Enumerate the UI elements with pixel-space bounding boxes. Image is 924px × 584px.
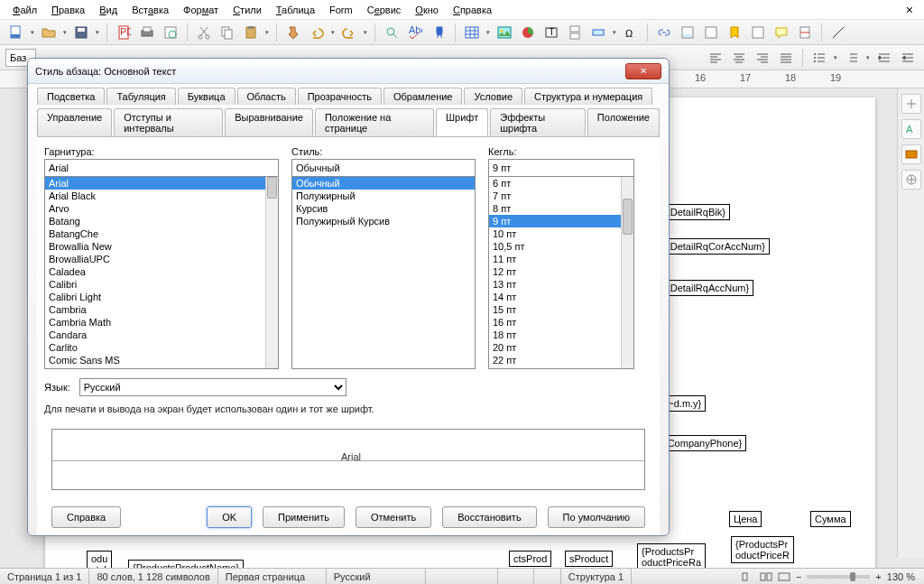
menu-form[interactable]: Form xyxy=(324,3,358,17)
open-icon[interactable] xyxy=(38,23,60,42)
endnote-icon[interactable] xyxy=(700,23,722,42)
tab-Выравнивание[interactable]: Выравнивание xyxy=(225,108,313,136)
list-item[interactable]: 10 пт xyxy=(489,227,633,240)
menu-styles[interactable]: Стили xyxy=(227,3,267,17)
list-item[interactable]: Cambria xyxy=(45,303,278,316)
align-justify-icon[interactable] xyxy=(775,48,797,68)
list-item[interactable]: Calibri Light xyxy=(45,291,278,303)
status-sign[interactable] xyxy=(534,569,561,584)
bullets-icon[interactable] xyxy=(808,48,830,68)
doc-cell[interactable]: ctsProd xyxy=(509,551,551,567)
undo-icon[interactable] xyxy=(306,23,328,42)
numbering-icon[interactable] xyxy=(841,48,863,68)
print-preview-icon[interactable] xyxy=(160,23,181,42)
menu-help[interactable]: Справка xyxy=(448,3,497,17)
style-input[interactable] xyxy=(291,159,476,177)
menu-insert[interactable]: Вставка xyxy=(126,3,174,17)
doc-cell[interactable]: Сумма xyxy=(810,511,851,527)
list-item[interactable]: Cambria Math xyxy=(45,316,278,329)
list-item[interactable]: 10,5 пт xyxy=(489,240,633,253)
family-listbox[interactable]: ArialArial BlackArvoBatangBatangCheBrowa… xyxy=(44,176,279,369)
chart-icon[interactable] xyxy=(517,23,539,42)
footnote-icon[interactable] xyxy=(677,23,698,42)
list-item[interactable]: Calibri xyxy=(45,278,278,291)
hyperlink-icon[interactable] xyxy=(653,23,675,42)
list-item[interactable]: BatangChe xyxy=(45,227,278,240)
tab-Отступы и интервалы[interactable]: Отступы и интервалы xyxy=(114,108,223,136)
list-item[interactable]: 20 пт xyxy=(489,341,633,354)
status-wordcount[interactable]: 80 слов, 1 128 символов xyxy=(89,569,217,584)
tab-Положение[interactable]: Положение xyxy=(587,108,660,136)
bullets-drop[interactable] xyxy=(832,54,839,61)
size-scrollbar[interactable] xyxy=(621,177,633,368)
menu-format[interactable]: Формат xyxy=(178,3,224,17)
pdf-icon[interactable]: PDF xyxy=(113,23,134,42)
tab-Управление[interactable]: Управление xyxy=(37,108,112,136)
list-item[interactable]: Arial xyxy=(45,177,278,190)
paste-drop[interactable] xyxy=(263,29,271,36)
nonprinting-icon[interactable] xyxy=(428,23,449,42)
status-zoom[interactable]: − + 130 % xyxy=(733,571,924,582)
tab-Условие[interactable]: Условие xyxy=(464,88,522,105)
dialog-close-button[interactable]: ✕ xyxy=(625,63,661,79)
tab-Эффекты шрифта[interactable]: Эффекты шрифта xyxy=(490,108,586,136)
undo-drop[interactable] xyxy=(329,29,337,36)
list-item[interactable]: 9 пт xyxy=(489,215,633,227)
decrease-indent-icon[interactable] xyxy=(897,48,919,68)
list-item[interactable]: Курсив xyxy=(292,202,475,215)
size-input[interactable] xyxy=(488,159,634,177)
default-button[interactable]: По умолчанию xyxy=(548,506,645,528)
doc-cell[interactable]: Цена xyxy=(729,511,762,527)
menu-table[interactable]: Таблица xyxy=(271,3,320,17)
menu-file[interactable]: Файл xyxy=(7,3,42,17)
open-drop[interactable] xyxy=(61,29,69,36)
new-doc-icon[interactable] xyxy=(5,23,27,42)
textbox-icon[interactable]: T xyxy=(541,23,562,42)
spellcheck-icon[interactable]: Abc xyxy=(404,23,426,42)
view-multi-icon[interactable] xyxy=(760,572,772,581)
list-item[interactable]: 15 пт xyxy=(489,303,633,316)
list-item[interactable]: 13 пт xyxy=(489,278,633,291)
list-item[interactable]: Browallia New xyxy=(45,240,278,253)
list-item[interactable]: Comic Sans MS xyxy=(45,354,278,366)
doc-close-icon[interactable]: × xyxy=(902,3,917,17)
cancel-button[interactable]: Отменить xyxy=(356,506,431,528)
sidebar-styles-icon[interactable]: A xyxy=(901,119,921,139)
line-icon[interactable] xyxy=(827,23,849,42)
view-single-icon[interactable] xyxy=(742,572,754,581)
redo-icon[interactable] xyxy=(338,23,360,42)
cut-icon[interactable] xyxy=(193,23,215,42)
list-item[interactable]: Обычный xyxy=(292,177,475,190)
zoom-slider[interactable] xyxy=(807,575,870,579)
numbering-drop[interactable] xyxy=(864,54,872,61)
dialog-titlebar[interactable]: Стиль абзаца: Основной текст ✕ xyxy=(28,59,669,84)
view-book-icon[interactable] xyxy=(778,572,790,581)
new-doc-drop[interactable] xyxy=(29,29,36,36)
special-char-icon[interactable]: Ω xyxy=(620,23,642,42)
reset-button[interactable]: Восстановить xyxy=(442,506,536,528)
menu-tools[interactable]: Сервис xyxy=(362,3,407,17)
status-language[interactable]: Русский xyxy=(327,569,426,584)
sidebar-gallery-icon[interactable] xyxy=(901,144,921,164)
list-item[interactable]: 11 пт xyxy=(489,253,633,265)
zoom-plus-icon[interactable]: + xyxy=(875,571,881,582)
align-right-icon[interactable] xyxy=(752,48,773,68)
align-center-icon[interactable] xyxy=(728,48,750,68)
tab-Обрамление[interactable]: Обрамление xyxy=(383,88,463,105)
list-item[interactable]: 18 пт xyxy=(489,329,633,341)
redo-drop[interactable] xyxy=(362,29,369,36)
tab-Подсветка[interactable]: Подсветка xyxy=(37,88,105,105)
doc-cell[interactable]: sProduct xyxy=(565,551,613,567)
doc-cell[interactable]: {ProductsPr oductPriceR xyxy=(731,536,794,563)
size-listbox[interactable]: 6 пт7 пт8 пт9 пт10 пт10,5 пт11 пт12 пт13… xyxy=(488,176,634,369)
sidebar-properties-icon[interactable] xyxy=(901,94,921,114)
list-item[interactable]: 8 пт xyxy=(489,202,633,215)
list-item[interactable]: Arial Black xyxy=(45,190,278,202)
increase-indent-icon[interactable] xyxy=(873,48,895,68)
status-insert[interactable] xyxy=(426,569,498,584)
field-icon[interactable] xyxy=(587,23,609,42)
doc-cell[interactable]: {ProductsPr oductPriceRa xyxy=(637,543,706,570)
apply-button[interactable]: Применить xyxy=(263,506,345,528)
table-drop[interactable] xyxy=(485,29,492,36)
track-changes-icon[interactable] xyxy=(794,23,816,42)
